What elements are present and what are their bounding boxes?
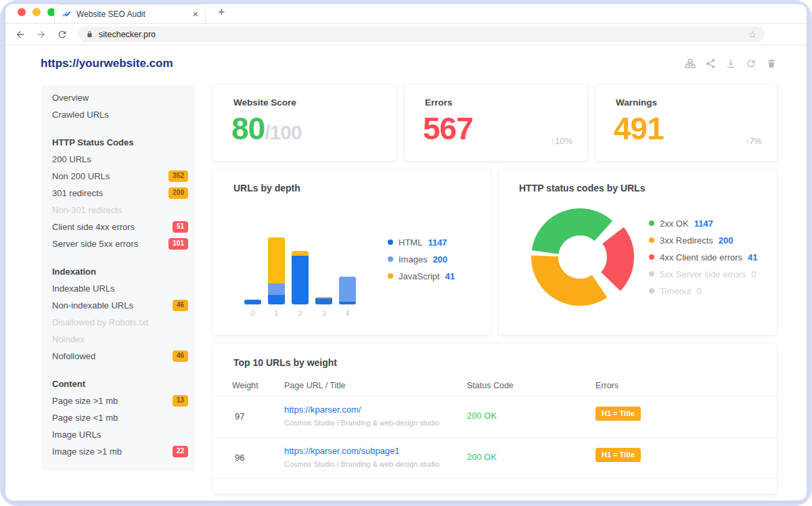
browser-window: Website SEO Audit × + sitechecker.pro ☆ [5,4,807,501]
sidebar-nav: OverviewCrawled URLsHTTP Status Codes200… [42,85,195,472]
sidebar-item-label: Disallowed by Robots.txt [52,317,188,327]
bar-segment-html [315,298,332,304]
sidebar-item-label: Non 200 URLs [52,171,168,181]
chart-title: URLs by depth [233,183,300,193]
legend-dot [388,239,393,245]
donut-segment-4xx-client-side-errors[interactable] [610,235,621,281]
bar-slot-3 [312,297,336,304]
row-page-url-link[interactable]: https://kparser.com/subpage1 [284,446,400,456]
trash-icon[interactable] [766,58,777,72]
bar-segment-javascript [292,251,309,256]
traffic-lights [18,8,55,16]
row-weight: 96 [235,453,244,463]
sidebar-item: Disallowed by Robots.txt [42,314,195,331]
tab-close-icon[interactable]: × [193,9,198,19]
browser-tab[interactable]: Website SEO Audit × [54,4,206,23]
sidebar-item-label: Nofollowed [52,351,173,361]
url-text: sitechecker.pro [99,30,156,39]
table-row: 97https://kparser.com/Cosmos Studio | Br… [213,396,777,437]
x-axis-label: 4 [336,309,359,317]
bar-segment-images [339,277,356,302]
sidebar-item-label: Non-indexable URLs [52,300,173,310]
sidebar-item[interactable]: Nofollowed46 [42,348,195,365]
table-title: Top 10 URLs by weight [233,357,337,368]
tab-strip: Website SEO Audit × + [5,4,807,24]
bar-segment-html [339,302,356,304]
row-weight: 97 [235,411,244,421]
sidebar-item-label: Image size >1 mb [52,446,173,457]
bar-slot-4 [336,277,359,304]
sidebar-item-label: Indexation [52,267,188,277]
sidebar-item-label: Noindex [52,334,188,344]
sidebar-item[interactable]: Overview [42,89,195,106]
sidebar-item[interactable]: Server side 5xx errors101 [42,235,195,252]
status-codes-card: HTTP status codes by URLs 2xx OK11473xx … [499,169,777,335]
legend-item[interactable]: HTML1147 [388,237,455,248]
reload-icon[interactable] [57,29,68,40]
bar-segment-html [244,300,261,304]
bookmark-star-icon[interactable]: ☆ [748,30,757,39]
legend-item[interactable]: 2xx OK1147 [649,218,758,229]
close-window-button[interactable] [18,8,26,16]
count-badge: 13 [173,395,188,407]
legend-label: 5xx Server side errors [660,269,746,279]
sidebar-item[interactable]: 200 URLs [42,151,195,168]
address-bar[interactable]: sitechecker.pro ☆ [78,26,765,42]
sidebar-item[interactable]: Non 200 URLs352 [42,168,195,185]
donut-segment-3xx-redirects[interactable] [545,256,600,292]
legend-value: 200 [433,254,448,264]
legend-item[interactable]: 4xx Client side errors41 [649,252,758,262]
sidebar-item[interactable]: Client side 4xx errors51 [42,218,195,235]
legend-item[interactable]: JavaScript41 [388,271,455,281]
sidebar-item-label: Client side 4xx errors [52,222,173,232]
bar-segment-html [292,256,309,304]
new-tab-button[interactable]: + [218,5,225,20]
sidebar-item[interactable]: 301 redirects200 [42,185,195,202]
count-badge: 352 [168,170,188,182]
minimize-window-button[interactable] [32,8,41,16]
sidebar-item[interactable]: Indexable URLs [42,280,195,297]
download-icon[interactable] [725,58,736,72]
column-header-url: Page URL / Title [284,381,346,390]
bar-1 [268,237,285,304]
table-row: 96https://kparser.com/subpage1Cosmos Stu… [213,437,777,478]
row-page-url-link[interactable]: https://kparser.com/ [284,405,361,415]
sidebar-item-label: 200 URLs [52,154,188,164]
count-badge: 22 [173,446,188,457]
forward-icon[interactable] [36,29,47,40]
column-header-status: Status Code [467,381,514,390]
error-badge[interactable]: H1 = Title [595,407,641,421]
column-header-weight: Weight [232,381,258,390]
refresh-icon[interactable] [746,58,757,72]
tab-title: Website SEO Audit [76,9,187,19]
warnings-card: Warnings 491 ↑7% [595,85,777,161]
sidebar-item[interactable]: Page size >1 mb13 [42,392,195,409]
back-icon[interactable] [15,29,26,40]
sidebar-item[interactable]: Image URLs [42,426,195,443]
report-toolbar [685,58,777,72]
row-errors: H1 = Title [595,448,641,462]
sidebar-item[interactable]: Image size >1 mb22 [42,443,195,460]
donut-segment-2xx-ok[interactable] [545,222,604,252]
share-icon[interactable] [705,58,716,72]
row-page-title: Cosmos Studio | Branding & web-design st… [284,460,440,468]
legend-value: 200 [719,235,734,246]
sidebar-section-header: Content [42,375,195,392]
sidebar-item[interactable]: Non-indexable URLs46 [42,297,195,314]
legend-value: 41 [748,252,757,262]
card-label: Warnings [616,97,657,108]
table-body: 97https://kparser.com/Cosmos Studio | Br… [213,396,777,479]
legend-item[interactable]: Images200 [388,254,455,264]
count-badge: 101 [168,238,188,250]
legend-item[interactable]: 3xx Redirects200 [649,235,758,246]
error-badge[interactable]: H1 = Title [595,448,641,462]
bar-chart-bars [241,233,359,304]
sidebar-item[interactable]: Page size <1 mb [42,409,195,426]
sitemap-icon[interactable] [685,58,696,72]
website-score-value: 80/100 [231,113,302,144]
sidebar-item-label: Crawled URLs [52,110,188,120]
count-badge: 46 [173,350,188,362]
legend-label: Images [399,254,428,264]
urls-by-depth-card: URLs by depth 01234 HTML1147Images200Jav… [213,169,491,335]
sidebar-item[interactable]: Crawled URLs [42,106,195,123]
